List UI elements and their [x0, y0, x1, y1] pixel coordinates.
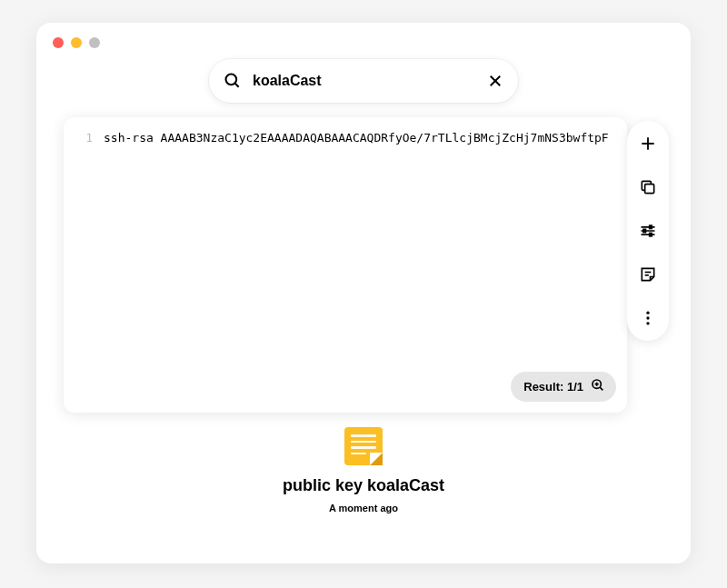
document-title: public key koalaCast [283, 476, 444, 495]
svg-rect-16 [650, 234, 652, 236]
app-window: 1 ssh-rsa AAAAB3NzaC1yc2EAAAADAQABAAACAQ… [36, 23, 691, 563]
svg-point-0 [226, 75, 237, 85]
svg-rect-15 [643, 229, 646, 232]
footer: public key koalaCast A moment ago [36, 427, 691, 513]
window-controls [53, 37, 100, 48]
code-area[interactable]: 1 ssh-rsa AAAAB3NzaC1yc2EAAAADAQABAAACAQ… [64, 117, 627, 159]
result-count-label: Result: 1/1 [523, 380, 583, 394]
settings-button[interactable] [638, 221, 658, 241]
svg-line-1 [235, 84, 239, 87]
svg-point-19 [646, 312, 649, 314]
minimize-window-button[interactable] [71, 37, 82, 48]
svg-rect-10 [645, 184, 654, 194]
svg-line-5 [600, 387, 603, 390]
more-button[interactable] [638, 308, 658, 328]
content-card: 1 ssh-rsa AAAAB3NzaC1yc2EAAAADAQABAAACAQ… [64, 117, 627, 413]
svg-rect-14 [650, 225, 652, 228]
search-icon [224, 72, 242, 90]
svg-point-20 [646, 316, 649, 319]
note-button[interactable] [638, 264, 658, 284]
search-result-badge[interactable]: Result: 1/1 [511, 372, 616, 402]
note-document-icon [344, 427, 383, 465]
side-toolbar [627, 121, 669, 341]
search-bar [209, 59, 518, 103]
close-window-button[interactable] [53, 37, 64, 48]
add-button[interactable] [638, 134, 658, 154]
code-content: ssh-rsa AAAAB3NzaC1yc2EAAAADAQABAAACAQDR… [104, 130, 609, 146]
search-input[interactable] [253, 73, 476, 89]
svg-point-21 [646, 322, 649, 324]
zoom-in-icon [591, 378, 605, 395]
document-timestamp: A moment ago [329, 503, 398, 513]
copy-button[interactable] [638, 177, 658, 197]
clear-search-button[interactable] [487, 73, 503, 89]
line-number: 1 [75, 130, 93, 146]
maximize-window-button[interactable] [89, 37, 100, 48]
